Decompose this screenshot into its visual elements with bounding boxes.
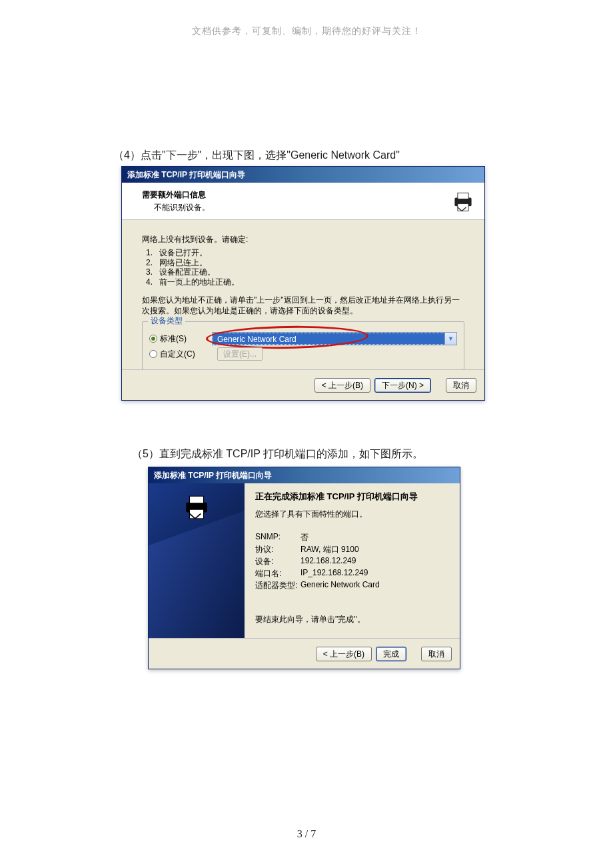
kv-val-adapter: Generic Network Card	[301, 580, 380, 591]
checklist-item-2: 网络已连上。	[159, 258, 207, 267]
device-type-value: Generic Network Card	[213, 333, 444, 345]
device-type-group-label: 设备类型	[148, 316, 185, 325]
document-header-note: 文档供参考，可复制、编制，期待您的好评与关注！	[0, 25, 613, 37]
finish-button[interactable]: 完成	[376, 647, 406, 661]
checklist-item-3: 设备配置正确。	[159, 267, 215, 277]
wizard-completing-title: 正在完成添加标准 TCP/IP 打印机端口向导	[255, 491, 449, 502]
dialog-button-row: < 上一步(B) 下一步(N) > 取消	[122, 369, 484, 400]
wizard-sidebar-graphic	[149, 483, 245, 643]
wizard-summary-panel: 正在完成添加标准 TCP/IP 打印机端口向导 您选择了具有下面特性的端口。 S…	[245, 483, 460, 643]
device-type-combobox[interactable]: Generic Network Card ▼	[212, 332, 457, 345]
device-not-found-text: 网络上没有找到设备。请确定:	[142, 235, 464, 244]
wizard-completing-subtitle: 您选择了具有下面特性的端口。	[255, 509, 449, 520]
dialog-body: 网络上没有找到设备。请确定: 1.设备已打开。 2.网络已连上。 3.设备配置正…	[122, 220, 484, 370]
step-4-instruction: （4）点击"下一步"，出现下图，选择"Generic Network Card"	[113, 149, 400, 163]
wizard-dialog-completing: 添加标准 TCP/IP 打印机端口向导 正在完成添加标准 TCP/IP 打印机端…	[148, 467, 460, 669]
kv-key-device: 设备:	[255, 556, 301, 567]
advice-text: 如果您认为地址不正确，请单击"上一步"返回到上一页，然后改正地址并在网络上执行另…	[142, 295, 464, 316]
cancel-button[interactable]: 取消	[421, 647, 452, 661]
svg-rect-1	[458, 193, 468, 199]
kv-key-portname: 端口名:	[255, 568, 301, 579]
kv-val-protocol: RAW, 端口 9100	[301, 544, 359, 555]
radio-custom[interactable]	[149, 350, 157, 358]
settings-button: 设置(E)...	[217, 347, 263, 361]
printer-icon	[451, 189, 475, 213]
radio-standard[interactable]	[149, 335, 157, 343]
next-button[interactable]: 下一步(N) >	[374, 378, 431, 393]
svg-rect-4	[190, 496, 204, 503]
dialog-titlebar: 添加标准 TCP/IP 打印机端口向导	[122, 167, 484, 183]
wizard-dialog-port-info: 添加标准 TCP/IP 打印机端口向导 需要额外端口信息 不能识别设备。 网络上…	[121, 166, 485, 401]
checklist-item-1: 设备已打开。	[159, 248, 207, 257]
cancel-button[interactable]: 取消	[446, 378, 476, 393]
radio-standard-label: 标准(S)	[160, 334, 212, 343]
kv-key-adapter: 适配器类型:	[255, 580, 301, 591]
kv-key-protocol: 协议:	[255, 544, 301, 555]
dialog-header-subtitle: 不能识别设备。	[154, 202, 475, 213]
port-properties-list: SNMP:否 协议:RAW, 端口 9100 设备:192.168.12.249…	[255, 532, 449, 591]
kv-val-snmp: 否	[301, 532, 308, 543]
dialog2-titlebar: 添加标准 TCP/IP 打印机端口向导	[149, 467, 460, 483]
dialog-header-panel: 需要额外端口信息 不能识别设备。	[122, 183, 484, 220]
chevron-down-icon[interactable]: ▼	[444, 333, 456, 345]
dialog-header-title: 需要额外端口信息	[142, 189, 475, 201]
kv-val-device: 192.168.12.249	[301, 556, 356, 567]
back-button[interactable]: < 上一步(B)	[314, 378, 370, 393]
wizard-finish-hint: 要结束此向导，请单击"完成"。	[255, 614, 449, 625]
checklist: 1.设备已打开。 2.网络已连上。 3.设备配置正确。 4.前一页上的地址正确。	[142, 248, 464, 287]
radio-custom-label: 自定义(C)	[160, 349, 212, 359]
checklist-item-4: 前一页上的地址正确。	[159, 277, 239, 287]
kv-key-snmp: SNMP:	[255, 532, 301, 543]
back-button[interactable]: < 上一步(B)	[316, 647, 372, 661]
device-type-group: 设备类型 标准(S) Generic Network Card ▼ 自定义(C)…	[142, 321, 464, 370]
step-5-instruction: （5）直到完成标准 TCP/IP 打印机端口的添加，如下图所示。	[132, 447, 423, 461]
dialog2-button-row: < 上一步(B) 完成 取消	[149, 638, 460, 669]
page-number: 3 / 7	[0, 828, 613, 840]
printer-icon	[183, 493, 211, 521]
kv-val-portname: IP_192.168.12.249	[301, 568, 368, 579]
